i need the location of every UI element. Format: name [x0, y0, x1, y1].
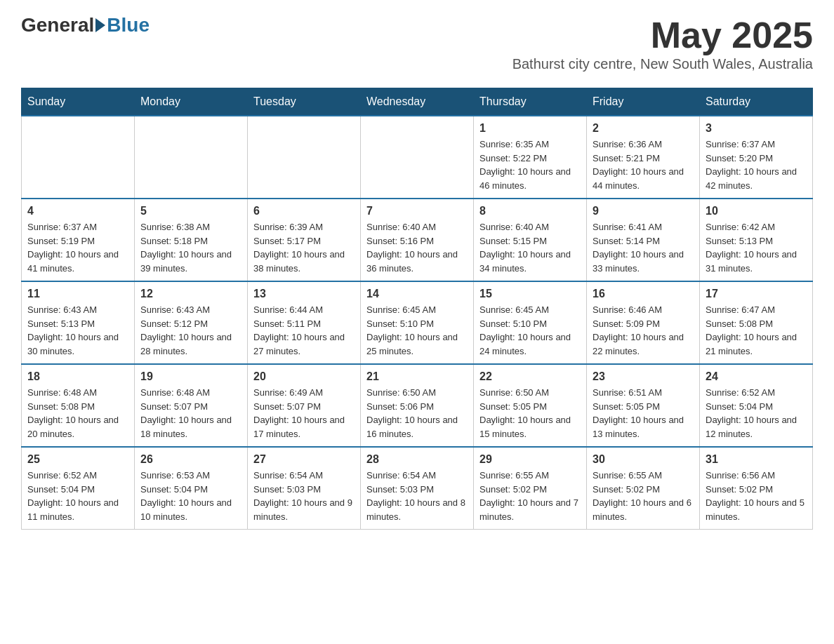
calendar-cell: 14Sunrise: 6:45 AMSunset: 5:10 PMDayligh…: [361, 281, 474, 364]
day-info: Sunrise: 6:50 AMSunset: 5:06 PMDaylight:…: [366, 386, 468, 441]
calendar-cell: 5Sunrise: 6:38 AMSunset: 5:18 PMDaylight…: [135, 199, 248, 281]
calendar-cell: 20Sunrise: 6:49 AMSunset: 5:07 PMDayligh…: [248, 364, 361, 447]
day-number: 18: [27, 370, 128, 383]
calendar-cell: [361, 116, 474, 199]
day-info: Sunrise: 6:54 AMSunset: 5:03 PMDaylight:…: [366, 469, 468, 523]
calendar-cell: 11Sunrise: 6:43 AMSunset: 5:13 PMDayligh…: [22, 281, 135, 364]
day-info: Sunrise: 6:52 AMSunset: 5:04 PMDaylight:…: [706, 386, 807, 441]
day-info: Sunrise: 6:51 AMSunset: 5:05 PMDaylight:…: [593, 386, 694, 441]
day-info: Sunrise: 6:36 AMSunset: 5:21 PMDaylight:…: [593, 137, 694, 192]
logo-blue-text: Blue: [107, 14, 150, 36]
day-info: Sunrise: 6:54 AMSunset: 5:03 PMDaylight:…: [253, 469, 355, 523]
calendar-cell: 13Sunrise: 6:44 AMSunset: 5:11 PMDayligh…: [248, 281, 361, 364]
calendar-cell: 12Sunrise: 6:43 AMSunset: 5:12 PMDayligh…: [135, 281, 248, 364]
day-number: 14: [366, 288, 468, 300]
month-title: May 2025: [512, 14, 813, 56]
day-number: 13: [253, 288, 355, 300]
day-info: Sunrise: 6:44 AMSunset: 5:11 PMDaylight:…: [253, 303, 355, 358]
day-info: Sunrise: 6:46 AMSunset: 5:09 PMDaylight:…: [593, 303, 694, 358]
location-subtitle: Bathurst city centre, New South Wales, A…: [512, 56, 813, 72]
day-number: 5: [140, 205, 241, 217]
day-info: Sunrise: 6:43 AMSunset: 5:13 PMDaylight:…: [27, 303, 128, 358]
calendar-cell: 24Sunrise: 6:52 AMSunset: 5:04 PMDayligh…: [700, 364, 813, 447]
calendar-cell: 6Sunrise: 6:39 AMSunset: 5:17 PMDaylight…: [248, 199, 361, 281]
calendar-cell: 26Sunrise: 6:53 AMSunset: 5:04 PMDayligh…: [135, 447, 248, 530]
day-info: Sunrise: 6:42 AMSunset: 5:13 PMDaylight:…: [706, 220, 807, 275]
calendar-weekday-wednesday: Wednesday: [361, 88, 474, 116]
day-info: Sunrise: 6:37 AMSunset: 5:19 PMDaylight:…: [27, 220, 128, 275]
day-number: 27: [253, 453, 355, 466]
day-number: 6: [253, 205, 355, 217]
calendar-cell: 7Sunrise: 6:40 AMSunset: 5:16 PMDaylight…: [361, 199, 474, 281]
day-info: Sunrise: 6:56 AMSunset: 5:02 PMDaylight:…: [706, 469, 807, 523]
calendar-cell: 4Sunrise: 6:37 AMSunset: 5:19 PMDaylight…: [22, 199, 135, 281]
day-info: Sunrise: 6:55 AMSunset: 5:02 PMDaylight:…: [479, 469, 581, 523]
day-number: 15: [479, 288, 581, 300]
day-number: 10: [706, 205, 807, 217]
calendar-week-row: 25Sunrise: 6:52 AMSunset: 5:04 PMDayligh…: [22, 447, 813, 530]
calendar-weekday-saturday: Saturday: [700, 88, 813, 116]
day-info: Sunrise: 6:43 AMSunset: 5:12 PMDaylight:…: [140, 303, 241, 358]
calendar-cell: 28Sunrise: 6:54 AMSunset: 5:03 PMDayligh…: [361, 447, 474, 530]
calendar-header-row: SundayMondayTuesdayWednesdayThursdayFrid…: [22, 88, 813, 116]
calendar-week-row: 18Sunrise: 6:48 AMSunset: 5:08 PMDayligh…: [22, 364, 813, 447]
calendar-week-row: 11Sunrise: 6:43 AMSunset: 5:13 PMDayligh…: [22, 281, 813, 364]
day-info: Sunrise: 6:49 AMSunset: 5:07 PMDaylight:…: [253, 386, 355, 441]
calendar-cell: 15Sunrise: 6:45 AMSunset: 5:10 PMDayligh…: [474, 281, 587, 364]
page-header: General Blue May 2025 Bathurst city cent…: [21, 14, 813, 82]
calendar-cell: 22Sunrise: 6:50 AMSunset: 5:05 PMDayligh…: [474, 364, 587, 447]
calendar-week-row: 1Sunrise: 6:35 AMSunset: 5:22 PMDaylight…: [22, 116, 813, 199]
calendar-cell: 19Sunrise: 6:48 AMSunset: 5:07 PMDayligh…: [135, 364, 248, 447]
day-number: 22: [479, 370, 581, 383]
calendar-cell: [22, 116, 135, 199]
day-info: Sunrise: 6:38 AMSunset: 5:18 PMDaylight:…: [140, 220, 241, 275]
day-number: 19: [140, 370, 241, 383]
day-number: 17: [706, 288, 807, 300]
calendar-cell: [248, 116, 361, 199]
calendar-cell: 18Sunrise: 6:48 AMSunset: 5:08 PMDayligh…: [22, 364, 135, 447]
calendar-weekday-monday: Monday: [135, 88, 248, 116]
calendar-cell: 17Sunrise: 6:47 AMSunset: 5:08 PMDayligh…: [700, 281, 813, 364]
calendar-cell: 21Sunrise: 6:50 AMSunset: 5:06 PMDayligh…: [361, 364, 474, 447]
calendar-weekday-sunday: Sunday: [22, 88, 135, 116]
day-number: 8: [479, 205, 581, 217]
calendar-weekday-tuesday: Tuesday: [248, 88, 361, 116]
day-number: 12: [140, 288, 241, 300]
day-info: Sunrise: 6:48 AMSunset: 5:07 PMDaylight:…: [140, 386, 241, 441]
day-info: Sunrise: 6:45 AMSunset: 5:10 PMDaylight:…: [479, 303, 581, 358]
day-number: 21: [366, 370, 468, 383]
day-number: 1: [479, 122, 581, 135]
calendar-cell: 25Sunrise: 6:52 AMSunset: 5:04 PMDayligh…: [22, 447, 135, 530]
day-number: 7: [366, 205, 468, 217]
calendar-cell: 8Sunrise: 6:40 AMSunset: 5:15 PMDaylight…: [474, 199, 587, 281]
day-number: 25: [27, 453, 128, 466]
day-number: 26: [140, 453, 241, 466]
day-number: 31: [706, 453, 807, 466]
calendar-cell: 10Sunrise: 6:42 AMSunset: 5:13 PMDayligh…: [700, 199, 813, 281]
calendar-cell: 27Sunrise: 6:54 AMSunset: 5:03 PMDayligh…: [248, 447, 361, 530]
day-number: 29: [479, 453, 581, 466]
calendar-cell: 29Sunrise: 6:55 AMSunset: 5:02 PMDayligh…: [474, 447, 587, 530]
calendar-cell: 3Sunrise: 6:37 AMSunset: 5:20 PMDaylight…: [700, 116, 813, 199]
day-info: Sunrise: 6:48 AMSunset: 5:08 PMDaylight:…: [27, 386, 128, 441]
logo: General Blue: [21, 14, 150, 36]
day-number: 9: [593, 205, 694, 217]
calendar-cell: [135, 116, 248, 199]
calendar-cell: 31Sunrise: 6:56 AMSunset: 5:02 PMDayligh…: [700, 447, 813, 530]
calendar-weekday-friday: Friday: [587, 88, 700, 116]
logo-general-text: General: [21, 14, 94, 36]
day-number: 24: [706, 370, 807, 383]
calendar-weekday-thursday: Thursday: [474, 88, 587, 116]
day-number: 2: [593, 122, 694, 135]
day-info: Sunrise: 6:40 AMSunset: 5:15 PMDaylight:…: [479, 220, 581, 275]
day-info: Sunrise: 6:45 AMSunset: 5:10 PMDaylight:…: [366, 303, 468, 358]
day-info: Sunrise: 6:50 AMSunset: 5:05 PMDaylight:…: [479, 386, 581, 441]
calendar-table: SundayMondayTuesdayWednesdayThursdayFrid…: [21, 88, 813, 530]
day-info: Sunrise: 6:55 AMSunset: 5:02 PMDaylight:…: [593, 469, 694, 523]
calendar-cell: 16Sunrise: 6:46 AMSunset: 5:09 PMDayligh…: [587, 281, 700, 364]
calendar-cell: 9Sunrise: 6:41 AMSunset: 5:14 PMDaylight…: [587, 199, 700, 281]
day-info: Sunrise: 6:39 AMSunset: 5:17 PMDaylight:…: [253, 220, 355, 275]
logo-arrow-icon: [95, 18, 105, 32]
day-number: 20: [253, 370, 355, 383]
day-info: Sunrise: 6:52 AMSunset: 5:04 PMDaylight:…: [27, 469, 128, 523]
